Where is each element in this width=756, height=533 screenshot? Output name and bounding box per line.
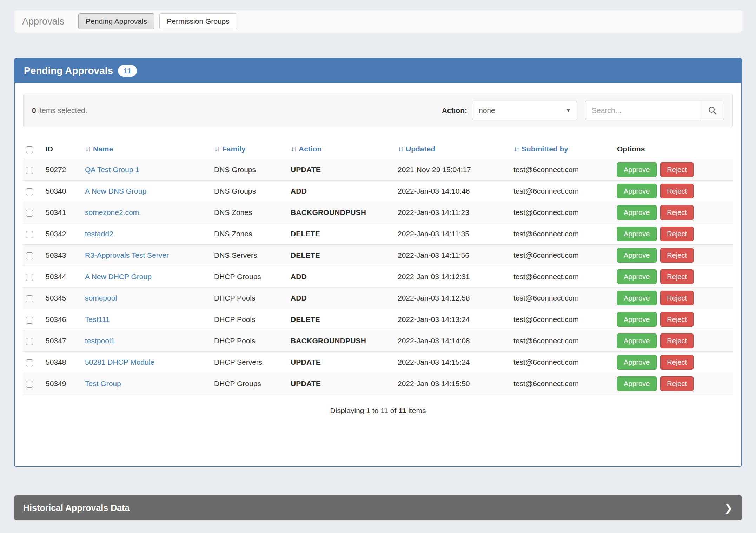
- row-name-link[interactable]: A New DHCP Group: [85, 272, 152, 281]
- row-submitted-by: test@6connect.com: [511, 309, 614, 330]
- column-header-updated[interactable]: ↓↑Updated: [395, 140, 511, 159]
- column-header-checkbox: [23, 140, 43, 159]
- row-name-link[interactable]: somezone2.com.: [85, 208, 141, 216]
- reject-button[interactable]: Reject: [660, 333, 694, 348]
- row-name-cell: R3-Approvals Test Server: [82, 245, 211, 266]
- row-checkbox[interactable]: [26, 359, 33, 366]
- selected-count: 0: [32, 106, 36, 114]
- column-header-family[interactable]: ↓↑Family: [211, 140, 288, 159]
- row-updated: 2022-Jan-03 14:13:24: [395, 309, 511, 330]
- row-updated: 2022-Jan-03 14:15:24: [395, 352, 511, 373]
- reject-button[interactable]: Reject: [660, 291, 694, 305]
- reject-button[interactable]: Reject: [660, 162, 694, 177]
- chevron-down-icon: ▼: [566, 108, 571, 113]
- row-checkbox[interactable]: [26, 295, 33, 302]
- table-toolbar: 0 items selected. Action: none ▼: [23, 94, 733, 127]
- row-name-link[interactable]: R3-Approvals Test Server: [85, 251, 169, 259]
- page-title: Approvals: [22, 16, 64, 27]
- row-checkbox-cell: [23, 266, 43, 288]
- row-name-link[interactable]: Test Group: [85, 379, 121, 387]
- row-id: 50346: [43, 309, 82, 330]
- table-row: 50341 somezone2.com. DNS Zones BACKGROUN…: [23, 202, 733, 223]
- row-submitted-by: test@6connect.com: [511, 159, 614, 181]
- reject-button[interactable]: Reject: [660, 205, 694, 220]
- search-input[interactable]: [585, 101, 701, 120]
- reject-button[interactable]: Reject: [660, 355, 694, 370]
- approve-button[interactable]: Approve: [617, 184, 657, 198]
- reject-button[interactable]: Reject: [660, 184, 694, 198]
- row-name-cell: testadd2.: [82, 223, 211, 245]
- row-name-link[interactable]: A New DNS Group: [85, 187, 146, 195]
- approve-button[interactable]: Approve: [617, 227, 657, 241]
- reject-button[interactable]: Reject: [660, 248, 694, 263]
- column-header-id: ID: [43, 140, 82, 159]
- row-checkbox[interactable]: [26, 231, 33, 238]
- approve-button[interactable]: Approve: [617, 248, 657, 263]
- row-name-link[interactable]: testpool1: [85, 337, 115, 345]
- approve-button[interactable]: Approve: [617, 162, 657, 177]
- select-all-checkbox[interactable]: [26, 146, 33, 153]
- row-name-link[interactable]: Test111: [85, 315, 110, 323]
- row-family: DNS Zones: [211, 223, 288, 245]
- approve-button[interactable]: Approve: [617, 269, 657, 284]
- action-dropdown[interactable]: none ▼: [472, 101, 577, 120]
- row-family: DHCP Pools: [211, 288, 288, 309]
- approve-button[interactable]: Approve: [617, 291, 657, 305]
- historical-approvals-header[interactable]: Historical Approvals Data ❯: [14, 495, 742, 520]
- column-header-action[interactable]: ↓↑Action: [288, 140, 395, 159]
- row-updated: 2022-Jan-03 14:12:58: [395, 288, 511, 309]
- row-options-cell: Approve Reject: [614, 373, 733, 394]
- row-id: 50348: [43, 352, 82, 373]
- row-options-cell: Approve Reject: [614, 288, 733, 309]
- row-name-link[interactable]: 50281 DHCP Module: [85, 358, 154, 366]
- row-options-cell: Approve Reject: [614, 309, 733, 330]
- reject-button[interactable]: Reject: [660, 227, 694, 241]
- sort-icon: ↓↑: [214, 145, 219, 153]
- row-action: UPDATE: [288, 373, 395, 394]
- row-name-link[interactable]: QA Test Group 1: [85, 166, 139, 174]
- approve-button[interactable]: Approve: [617, 376, 657, 391]
- tab-pending-approvals[interactable]: Pending Approvals: [78, 13, 154, 29]
- row-checkbox-cell: [23, 202, 43, 223]
- row-checkbox-cell: [23, 352, 43, 373]
- row-checkbox[interactable]: [26, 210, 33, 217]
- row-action: ADD: [288, 288, 395, 309]
- approve-button[interactable]: Approve: [617, 312, 657, 327]
- selected-items-status: 0 items selected.: [32, 106, 87, 115]
- tab-permission-groups[interactable]: Permission Groups: [159, 13, 237, 29]
- row-checkbox[interactable]: [26, 167, 33, 174]
- row-checkbox-cell: [23, 181, 43, 202]
- reject-button[interactable]: Reject: [660, 312, 694, 327]
- pagination-total: 11: [398, 406, 406, 414]
- row-name-link[interactable]: somepool: [85, 294, 117, 302]
- approve-button[interactable]: Approve: [617, 205, 657, 220]
- row-options-cell: Approve Reject: [614, 330, 733, 352]
- table-row: 50346 Test111 DHCP Pools DELETE 2022-Jan…: [23, 309, 733, 330]
- approvals-table-body: 50272 QA Test Group 1 DNS Groups UPDATE …: [23, 159, 733, 394]
- row-options-cell: Approve Reject: [614, 352, 733, 373]
- row-checkbox[interactable]: [26, 274, 33, 281]
- row-options-cell: Approve Reject: [614, 181, 733, 202]
- row-checkbox[interactable]: [26, 338, 33, 345]
- reject-button[interactable]: Reject: [660, 269, 694, 284]
- row-family: DHCP Groups: [211, 266, 288, 288]
- row-submitted-by: test@6connect.com: [511, 181, 614, 202]
- row-action: BACKGROUNDPUSH: [288, 330, 395, 352]
- row-name-link[interactable]: testadd2.: [85, 230, 115, 238]
- row-id: 50344: [43, 266, 82, 288]
- reject-button[interactable]: Reject: [660, 376, 694, 391]
- approve-button[interactable]: Approve: [617, 355, 657, 370]
- row-family: DHCP Groups: [211, 373, 288, 394]
- table-row: 50345 somepool DHCP Pools ADD 2022-Jan-0…: [23, 288, 733, 309]
- row-family: DNS Groups: [211, 159, 288, 181]
- row-checkbox[interactable]: [26, 317, 33, 324]
- search-button[interactable]: [701, 101, 724, 120]
- row-checkbox[interactable]: [26, 188, 33, 195]
- approve-button[interactable]: Approve: [617, 333, 657, 348]
- row-checkbox[interactable]: [26, 252, 33, 259]
- column-header-name[interactable]: ↓↑Name: [82, 140, 211, 159]
- row-checkbox[interactable]: [26, 381, 33, 388]
- row-id: 50342: [43, 223, 82, 245]
- row-action: UPDATE: [288, 159, 395, 181]
- column-header-submitted-by[interactable]: ↓↑Submitted by: [511, 140, 614, 159]
